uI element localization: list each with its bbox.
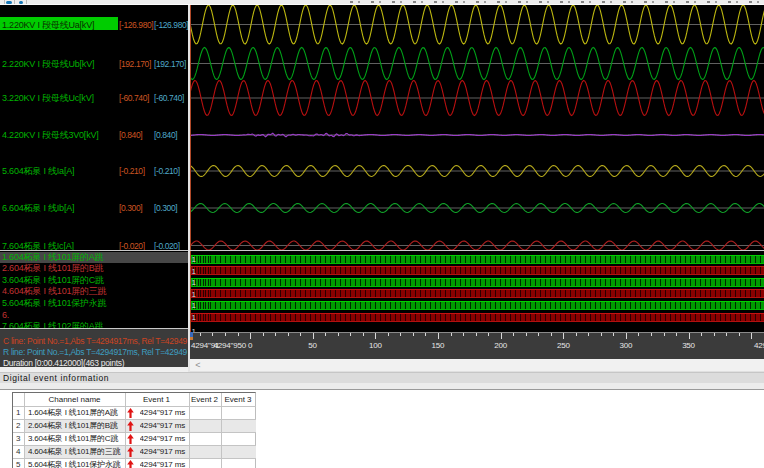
column-header-event2: Event 2 — [190, 394, 220, 406]
analog-digital-separator — [0, 250, 764, 252]
row-number: 3 — [13, 432, 24, 445]
ruler-tick — [714, 333, 715, 337]
ruler-tick-label: 0 — [248, 341, 252, 351]
ruler-tick — [425, 333, 426, 337]
ruler-tick — [588, 333, 589, 337]
channel-value-2: [-126.980] — [154, 19, 188, 31]
ruler-tick — [300, 333, 301, 337]
left-bottom-strip — [0, 367, 188, 372]
ruler-tick — [526, 333, 527, 337]
ruler-tick — [263, 333, 264, 337]
channel-value-1: [-126.980] — [119, 19, 153, 31]
horizontal-scrollbar[interactable]: < — [190, 359, 764, 372]
digital-trace-bar — [191, 278, 764, 287]
ruler-tick — [576, 333, 577, 337]
channel-value-2: [-0.210] — [154, 165, 180, 177]
digital-state-label: 1 — [192, 267, 202, 276]
analog-channel-row[interactable]: 3.220KV I 段母线Uc[kV] [-60.740] [-60.740] — [2, 92, 188, 104]
ruler-tick — [212, 333, 213, 337]
ruler-tick — [275, 333, 276, 337]
toolbar-clipped-text — [350, 1, 764, 4]
ruler-tick — [626, 333, 627, 340]
ruler-tick — [413, 333, 414, 337]
channel-value-2: [0.300] — [154, 202, 177, 214]
fault-recorder-app: 1.220KV I 段母线Ua[kV] [-126.980] [-126.980… — [0, 0, 764, 468]
waveform-window: 1.220KV I 段母线Ua[kV] [-126.980] [-126.980… — [0, 5, 764, 372]
toolbar-button-icon[interactable] — [6, 1, 13, 4]
event-info-header-band: Digital event information — [0, 373, 764, 384]
ruler-tick-label: 50 — [308, 341, 317, 351]
digital-channel-row[interactable]: 4.604柘泉 I 线101屏的三跳 — [2, 286, 186, 298]
ruler-tick — [689, 333, 690, 340]
event1-time: 4294"917 ms — [140, 445, 200, 458]
ruler-tick — [501, 333, 502, 340]
ruler-tick — [638, 333, 639, 337]
channel-label: 2.220KV I 段母线Ub[kV] — [2, 59, 94, 69]
scroll-left-button[interactable]: < — [193, 360, 204, 371]
analog-channel-row[interactable]: 4.220KV I 段母线3V0[kV] [0.840] [0.840] — [2, 129, 188, 141]
cursor-line[interactable] — [190, 5, 191, 332]
digital-channel-row[interactable]: 6. — [2, 310, 186, 322]
ruler-tick — [388, 333, 389, 337]
event-channel-name: 4.604柘泉 I 线101屏的三跳 — [28, 445, 124, 458]
ruler-tick — [726, 333, 727, 337]
ruler-tick — [451, 333, 452, 337]
ruler-tick-label: 150 — [432, 341, 445, 351]
channel-value-1: [-60.740] — [119, 92, 149, 104]
event-table: Channel nameEvent 1Event 2Event 311.604柘… — [12, 392, 256, 468]
digital-channel-row[interactable]: 1.604柘泉 I 线101屏的A跳 — [2, 252, 186, 264]
analog-channel-row[interactable]: 2.220KV I 段母线Ub[kV] [192.170] [192.170] — [2, 58, 188, 70]
waveform-plot-area[interactable]: 1 1 1 1 1 1 1 4294"91 4294"950 4294 0501… — [190, 5, 764, 372]
ruler-tick — [488, 333, 489, 337]
analog-channel-row[interactable]: 6.604柘泉 I 线Ib[A] [0.300] [0.300] — [2, 202, 188, 214]
duration-status: Duration [0:00.412000](463 points) — [3, 358, 188, 368]
event1-time: 4294"917 ms — [140, 419, 200, 432]
ruler-tick — [313, 333, 314, 340]
digital-channel-list: 1.604柘泉 I 线101屏的A跳 2.604柘泉 I 线101屏的B跳 3.… — [0, 251, 188, 328]
ruler-tick-label: 300 — [620, 341, 633, 351]
digital-state-label: 1 — [192, 290, 202, 299]
digital-channel-row[interactable]: 5.604柘泉 I 线101保护永跳 — [2, 298, 186, 310]
digital-trace-bar — [191, 289, 764, 298]
panel-divider[interactable] — [188, 5, 190, 372]
rising-edge-arrow-icon — [127, 447, 134, 457]
ruler-tick — [363, 333, 364, 337]
digital-trace-bar — [191, 313, 764, 322]
digital-state-label: 1 — [192, 313, 202, 322]
status-separator — [0, 328, 188, 330]
analog-channel-row[interactable]: 1.220KV I 段母线Ua[kV] [-126.980] [-126.980… — [2, 19, 188, 31]
row-number: 1 — [13, 406, 24, 419]
table-gridline — [24, 393, 25, 468]
ruler-tick — [701, 333, 702, 337]
row-number: 5 — [13, 458, 24, 468]
digital-channel-row[interactable]: 2.604柘泉 I 线101屏的B跳 — [2, 263, 186, 275]
event1-time: 4294"917 ms — [140, 406, 200, 419]
digital-trace-bar — [191, 255, 764, 264]
toolbar-button-icon[interactable] — [19, 1, 23, 4]
event-channel-name: 3.604柘泉 I 线101屏的C跳 — [28, 432, 124, 445]
channel-value-2: [-60.740] — [154, 92, 184, 104]
digital-trace-bar — [191, 266, 764, 275]
ruler-tick — [325, 333, 326, 337]
ruler-tick — [288, 333, 289, 337]
ruler-tick — [513, 333, 514, 337]
channel-value-1: [-0.210] — [119, 165, 145, 177]
ruler-tick — [651, 333, 652, 337]
digital-channel-row[interactable]: 3.604柘泉 I 线101屏的C跳 — [2, 275, 186, 287]
channel-label: 3.220KV I 段母线Uc[kV] — [2, 93, 94, 103]
ruler-tick-label: 350 — [682, 341, 695, 351]
c-cursor-marker[interactable] — [190, 337, 194, 340]
divider — [0, 389, 764, 391]
table-gridline — [125, 393, 126, 468]
toolbar-separator — [14, 0, 15, 4]
ruler-tick — [751, 333, 752, 340]
analog-channel-row[interactable]: 5.604柘泉 I 线Ia[A] [-0.210] [-0.210] — [2, 165, 188, 177]
ruler-tick — [613, 333, 614, 337]
event-info-title: Digital event information — [3, 374, 303, 383]
ruler-tick-label: 100 — [369, 341, 382, 351]
channel-value-1: [0.840] — [119, 129, 142, 141]
event-channel-name: 5.604柘泉 I 线101保护永跳 — [28, 458, 124, 468]
ruler-tick — [225, 333, 226, 337]
channel-label: 5.604柘泉 I 线Ia[A] — [2, 166, 74, 176]
ruler-tick — [664, 333, 665, 337]
